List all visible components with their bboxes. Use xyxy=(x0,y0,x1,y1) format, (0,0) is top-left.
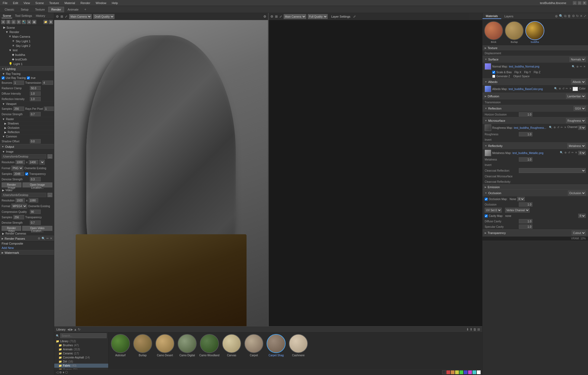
tree-item-sky-light-1[interactable]: ☀Sky Light 1 xyxy=(0,39,54,43)
menu-file[interactable]: File xyxy=(2,1,9,5)
mat-preview-burlap2[interactable]: Burlap xyxy=(505,21,524,43)
tree-item-render[interactable]: ▼Render xyxy=(0,30,54,34)
mat-preview-buddha[interactable]: buddha xyxy=(525,21,544,43)
video-denoise-input[interactable] xyxy=(30,220,41,225)
mat-thumb-carpet-shag[interactable]: Carpet Shag xyxy=(266,334,286,357)
tree-item-scene[interactable]: ▶Scene xyxy=(0,25,54,30)
metalness-map-thumb[interactable] xyxy=(485,150,491,156)
mm-edit-icon[interactable]: ✏ xyxy=(571,151,574,155)
lib-bottom-icon4[interactable]: ⬡ xyxy=(65,370,68,374)
output-section-header[interactable]: ▼ Output xyxy=(0,144,54,149)
surface-dropdown[interactable]: Normals xyxy=(570,57,586,62)
mat-thumb-canvas[interactable]: Canvas xyxy=(221,334,242,357)
lighting-section-header[interactable]: ▼ Lighting xyxy=(0,66,54,72)
albedo-map-thumb[interactable] xyxy=(485,86,491,92)
surface-section-header[interactable]: ▼ Surface Normals xyxy=(482,56,588,63)
video-res-w[interactable] xyxy=(15,198,25,203)
search-icon[interactable]: 🔍 xyxy=(41,237,45,240)
tab-classic[interactable]: Classic xyxy=(2,7,17,12)
diffusion-dropdown[interactable]: Lambertian xyxy=(566,94,586,99)
scene-icon-7[interactable]: ▦ xyxy=(32,20,36,24)
swatch-1[interactable] xyxy=(446,370,450,374)
tab-tool-settings[interactable]: Tool Settings xyxy=(14,14,33,18)
tab-animate[interactable]: Animate xyxy=(65,7,81,12)
lib-folder-ceramic[interactable]: 📁 Ceramic (17) xyxy=(54,351,108,355)
occlusion-subsection[interactable]: ▶ Occlusion xyxy=(0,126,54,130)
right-camera-select[interactable]: Main Camera xyxy=(284,14,306,19)
occlusion-input[interactable] xyxy=(519,202,532,207)
render-image-button[interactable]: Render Image xyxy=(2,182,21,187)
minimize-button[interactable]: ─ xyxy=(573,1,577,5)
tree-item-buddha[interactable]: ◆buddha xyxy=(0,52,54,57)
occlusion-map-checkbox[interactable] xyxy=(485,198,488,201)
rm-clear-icon[interactable]: ✕ xyxy=(564,126,567,130)
lib-nav-left[interactable]: ◀ xyxy=(67,328,70,331)
nm-add-icon[interactable]: ⊕ xyxy=(576,65,579,68)
mat-thumb-astroturf[interactable]: Astroturf xyxy=(110,334,131,357)
roughness-input[interactable] xyxy=(519,132,532,136)
microsurface-section-header[interactable]: ▼ Microsurface Roughness xyxy=(482,117,588,124)
albedo-map-value[interactable]: test_buddha_BaseColor.png xyxy=(509,88,553,91)
menu-edit[interactable]: Edit xyxy=(12,1,19,5)
reflection-subsection[interactable]: ▶ Reflection xyxy=(0,130,54,134)
tab-render[interactable]: Render xyxy=(48,7,64,12)
left-vp-settings-icon[interactable]: ⚙ xyxy=(263,15,266,18)
lib-folder-fabric[interactable]: 📁 Fabric (43) xyxy=(54,364,108,368)
mm-clear-icon[interactable]: ✕ xyxy=(575,151,577,155)
samples-input[interactable] xyxy=(13,107,24,111)
lib-download-icon[interactable]: ⬇ xyxy=(466,328,469,331)
video-res-h[interactable] xyxy=(29,198,38,203)
mm-add-icon[interactable]: ⊕ xyxy=(564,151,567,155)
mat-thumb-camo-woodland[interactable]: Camo Woodland xyxy=(199,334,220,357)
swatch-6[interactable] xyxy=(468,370,472,374)
denoise-strength-input[interactable] xyxy=(30,112,41,116)
am-add-icon[interactable]: ⊕ xyxy=(558,87,561,91)
cavity-channel-select[interactable]: R xyxy=(578,214,586,218)
microsurface-dropdown[interactable]: Roughness xyxy=(566,118,586,123)
roughness-map-value[interactable]: test_buddha_Roughness... xyxy=(514,126,548,129)
lib-bottom-icon2[interactable]: ⊕ xyxy=(59,370,62,374)
image-transparency-checkbox[interactable] xyxy=(25,172,28,175)
occlusion-dropdown[interactable]: Occlusion xyxy=(568,191,586,195)
nm-clear-icon[interactable]: ✕ xyxy=(583,65,586,68)
render-video-button[interactable]: Render Video xyxy=(2,226,21,231)
swatch-8[interactable] xyxy=(477,370,481,374)
normal-map-thumb[interactable] xyxy=(485,63,491,70)
roughness-map-thumb[interactable] xyxy=(485,124,491,131)
texture-section-header[interactable]: ▶ Texture xyxy=(482,46,588,50)
lib-upload-icon[interactable]: ⬆ xyxy=(470,328,472,331)
metalness-input[interactable] xyxy=(519,157,532,162)
menu-window[interactable]: Window xyxy=(95,1,107,5)
tab-add-button[interactable]: + xyxy=(82,7,89,12)
gear-icon[interactable]: ⚙ xyxy=(38,237,40,240)
shadow-offset-input[interactable] xyxy=(30,139,41,143)
menu-material[interactable]: Material xyxy=(63,1,76,5)
lib-nav-right[interactable]: ▶ xyxy=(71,328,73,331)
scene-icon-5[interactable]: 🔦 xyxy=(22,20,26,24)
scene-icon-8[interactable]: 📁 xyxy=(43,20,48,24)
tree-item-sky-light-2[interactable]: ☀Sky Light 2 xyxy=(0,43,54,48)
reflection-section-header[interactable]: ▼ Reflection GGX xyxy=(482,105,588,112)
mat-icon-delete[interactable]: 🗑 xyxy=(568,14,571,18)
image-subsection[interactable]: ▼ Image xyxy=(0,149,54,154)
mat-thumb-cashmere[interactable]: Cashmere xyxy=(288,334,309,357)
transparency-dropdown[interactable]: Cutout xyxy=(572,230,586,235)
reflectivity-section-header[interactable]: ▼ Reflectivity Metalness xyxy=(482,143,588,149)
radiance-clamp-input[interactable] xyxy=(30,86,41,90)
left-vp-icon3[interactable]: ⤢ xyxy=(65,15,68,18)
tree-item-test[interactable]: ▼test xyxy=(0,48,54,52)
swatch-4[interactable] xyxy=(459,370,463,374)
diffuse-intensity-input[interactable] xyxy=(30,91,41,96)
reflectivity-dropdown[interactable]: Metalness xyxy=(567,143,586,148)
mat-thumb-burlap[interactable]: Burlap xyxy=(132,334,153,357)
mat-thumb-camo-desert[interactable]: Camo Desert xyxy=(155,334,175,357)
lib-nav-up[interactable]: ▲ xyxy=(74,328,77,331)
occlusion-section-header[interactable]: ▼ Occlusion Occlusion xyxy=(482,190,588,196)
scene-icon-9[interactable]: 🗑 xyxy=(49,20,53,24)
right-vp-expand-icon[interactable]: ⤢ xyxy=(353,15,356,18)
mat-icon-search[interactable]: 🔍 xyxy=(559,14,563,18)
scene-icon-6[interactable]: ◈ xyxy=(27,20,31,24)
scene-icon-3[interactable]: ◎ xyxy=(11,20,16,24)
allow-caustic-checkbox[interactable] xyxy=(27,76,30,79)
mat-icon-refresh[interactable]: ↻ xyxy=(576,14,579,18)
